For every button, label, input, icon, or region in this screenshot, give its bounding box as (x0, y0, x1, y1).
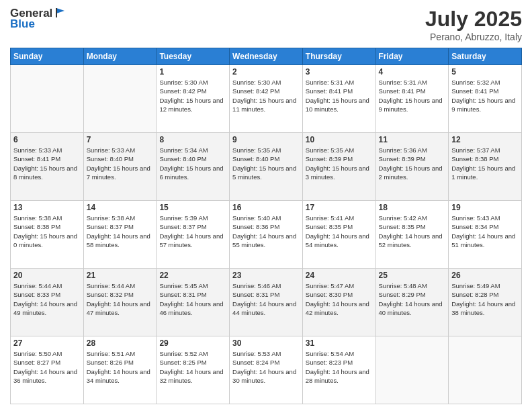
table-row: 13Sunrise: 5:38 AM Sunset: 8:38 PM Dayli… (11, 201, 84, 269)
day-number: 29 (159, 338, 226, 348)
day-number: 23 (232, 271, 300, 280)
table-row: 29Sunrise: 5:52 AM Sunset: 8:25 PM Dayli… (157, 336, 230, 404)
table-row: 3Sunrise: 5:31 AM Sunset: 8:41 PM Daylig… (302, 65, 375, 133)
calendar-table: Sunday Monday Tuesday Wednesday Thursday… (10, 48, 522, 404)
svg-rect-1 (56, 8, 57, 17)
day-info: Sunrise: 5:35 AM Sunset: 8:40 PM Dayligh… (232, 146, 300, 181)
day-info: Sunrise: 5:30 AM Sunset: 8:42 PM Dayligh… (159, 78, 226, 113)
day-number: 14 (87, 203, 154, 212)
day-number: 3 (306, 67, 373, 77)
day-info: Sunrise: 5:50 AM Sunset: 8:27 PM Dayligh… (13, 349, 81, 385)
day-number: 21 (87, 271, 154, 280)
table-row (375, 336, 449, 404)
day-number: 2 (232, 67, 300, 77)
day-number: 17 (306, 203, 373, 212)
col-sunday: Sunday (11, 48, 84, 65)
day-number: 1 (159, 67, 226, 77)
table-row: 11Sunrise: 5:36 AM Sunset: 8:39 PM Dayli… (375, 133, 449, 201)
day-info: Sunrise: 5:43 AM Sunset: 8:34 PM Dayligh… (451, 214, 519, 249)
calendar-week-row: 6Sunrise: 5:33 AM Sunset: 8:41 PM Daylig… (11, 133, 522, 201)
day-info: Sunrise: 5:39 AM Sunset: 8:37 PM Dayligh… (159, 214, 226, 249)
table-row: 4Sunrise: 5:31 AM Sunset: 8:41 PM Daylig… (375, 65, 449, 133)
col-wednesday: Wednesday (230, 48, 303, 65)
day-info: Sunrise: 5:46 AM Sunset: 8:31 PM Dayligh… (232, 281, 300, 317)
logo-blue-text: Blue (10, 17, 35, 31)
day-number: 31 (306, 338, 373, 348)
page: General Blue July 2025 Perano, Abruzzo, … (0, 0, 532, 411)
day-number: 20 (13, 271, 81, 280)
day-number: 16 (232, 203, 300, 212)
day-number: 30 (232, 338, 300, 348)
day-info: Sunrise: 5:44 AM Sunset: 8:33 PM Dayligh… (13, 281, 81, 317)
col-friday: Friday (375, 48, 449, 65)
day-info: Sunrise: 5:44 AM Sunset: 8:32 PM Dayligh… (87, 281, 154, 317)
table-row: 23Sunrise: 5:46 AM Sunset: 8:31 PM Dayli… (230, 269, 303, 336)
subtitle: Perano, Abruzzo, Italy (425, 32, 522, 42)
table-row (11, 65, 84, 133)
day-number: 28 (87, 338, 154, 348)
day-number: 5 (451, 67, 519, 77)
table-row: 30Sunrise: 5:53 AM Sunset: 8:24 PM Dayli… (230, 336, 303, 404)
calendar-week-row: 27Sunrise: 5:50 AM Sunset: 8:27 PM Dayli… (11, 336, 522, 404)
day-number: 26 (451, 271, 519, 280)
table-row: 2Sunrise: 5:30 AM Sunset: 8:42 PM Daylig… (230, 65, 303, 133)
table-row: 5Sunrise: 5:32 AM Sunset: 8:41 PM Daylig… (449, 65, 522, 133)
table-row: 19Sunrise: 5:43 AM Sunset: 8:34 PM Dayli… (449, 201, 522, 269)
day-number: 4 (379, 67, 446, 77)
day-number: 27 (13, 338, 81, 348)
table-row: 21Sunrise: 5:44 AM Sunset: 8:32 PM Dayli… (83, 269, 157, 336)
main-title: July 2025 (425, 7, 522, 32)
table-row: 6Sunrise: 5:33 AM Sunset: 8:41 PM Daylig… (11, 133, 84, 201)
table-row: 18Sunrise: 5:42 AM Sunset: 8:35 PM Dayli… (375, 201, 449, 269)
col-saturday: Saturday (449, 48, 522, 65)
day-info: Sunrise: 5:45 AM Sunset: 8:31 PM Dayligh… (159, 281, 226, 317)
day-info: Sunrise: 5:31 AM Sunset: 8:41 PM Dayligh… (379, 78, 446, 113)
day-number: 24 (306, 271, 373, 280)
calendar-week-row: 13Sunrise: 5:38 AM Sunset: 8:38 PM Dayli… (11, 201, 522, 269)
day-number: 6 (13, 135, 81, 144)
day-info: Sunrise: 5:47 AM Sunset: 8:30 PM Dayligh… (306, 281, 373, 317)
day-number: 22 (159, 271, 226, 280)
day-info: Sunrise: 5:32 AM Sunset: 8:41 PM Dayligh… (451, 78, 519, 113)
table-row (83, 65, 157, 133)
day-info: Sunrise: 5:37 AM Sunset: 8:38 PM Dayligh… (451, 146, 519, 181)
day-number: 7 (87, 135, 154, 144)
day-info: Sunrise: 5:36 AM Sunset: 8:39 PM Dayligh… (379, 146, 446, 181)
day-info: Sunrise: 5:52 AM Sunset: 8:25 PM Dayligh… (159, 349, 226, 385)
day-info: Sunrise: 5:38 AM Sunset: 8:37 PM Dayligh… (87, 214, 154, 249)
day-info: Sunrise: 5:34 AM Sunset: 8:40 PM Dayligh… (159, 146, 226, 181)
table-row: 7Sunrise: 5:33 AM Sunset: 8:40 PM Daylig… (83, 133, 157, 201)
title-block: July 2025 Perano, Abruzzo, Italy (425, 7, 522, 42)
table-row: 27Sunrise: 5:50 AM Sunset: 8:27 PM Dayli… (11, 336, 84, 404)
day-info: Sunrise: 5:40 AM Sunset: 8:36 PM Dayligh… (232, 214, 300, 249)
day-info: Sunrise: 5:54 AM Sunset: 8:23 PM Dayligh… (306, 349, 373, 385)
day-info: Sunrise: 5:30 AM Sunset: 8:42 PM Dayligh… (232, 78, 300, 113)
calendar-week-row: 20Sunrise: 5:44 AM Sunset: 8:33 PM Dayli… (11, 269, 522, 336)
day-number: 10 (306, 135, 373, 144)
day-info: Sunrise: 5:33 AM Sunset: 8:40 PM Dayligh… (87, 146, 154, 181)
day-info: Sunrise: 5:51 AM Sunset: 8:26 PM Dayligh… (87, 349, 154, 385)
col-tuesday: Tuesday (157, 48, 230, 65)
day-info: Sunrise: 5:41 AM Sunset: 8:35 PM Dayligh… (306, 214, 373, 249)
calendar-week-row: 1Sunrise: 5:30 AM Sunset: 8:42 PM Daylig… (11, 65, 522, 133)
day-info: Sunrise: 5:35 AM Sunset: 8:39 PM Dayligh… (306, 146, 373, 181)
day-number: 12 (451, 135, 519, 144)
day-number: 18 (379, 203, 446, 212)
table-row: 25Sunrise: 5:48 AM Sunset: 8:29 PM Dayli… (375, 269, 449, 336)
day-info: Sunrise: 5:31 AM Sunset: 8:41 PM Dayligh… (306, 78, 373, 113)
table-row: 24Sunrise: 5:47 AM Sunset: 8:30 PM Dayli… (302, 269, 375, 336)
col-monday: Monday (83, 48, 157, 65)
day-info: Sunrise: 5:33 AM Sunset: 8:41 PM Dayligh… (13, 146, 81, 181)
logo: General Blue (10, 7, 66, 31)
table-row: 10Sunrise: 5:35 AM Sunset: 8:39 PM Dayli… (302, 133, 375, 201)
day-number: 19 (451, 203, 519, 212)
table-row: 17Sunrise: 5:41 AM Sunset: 8:35 PM Dayli… (302, 201, 375, 269)
table-row: 28Sunrise: 5:51 AM Sunset: 8:26 PM Dayli… (83, 336, 157, 404)
table-row: 12Sunrise: 5:37 AM Sunset: 8:38 PM Dayli… (449, 133, 522, 201)
day-info: Sunrise: 5:48 AM Sunset: 8:29 PM Dayligh… (379, 281, 446, 317)
day-number: 25 (379, 271, 446, 280)
table-row: 14Sunrise: 5:38 AM Sunset: 8:37 PM Dayli… (83, 201, 157, 269)
day-info: Sunrise: 5:49 AM Sunset: 8:28 PM Dayligh… (451, 281, 519, 317)
table-row (449, 336, 522, 404)
day-number: 8 (159, 135, 226, 144)
